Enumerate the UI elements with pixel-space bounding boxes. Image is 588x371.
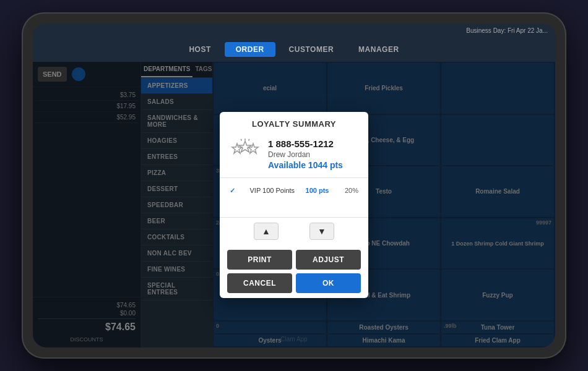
- cancel-button[interactable]: CANCEL: [227, 273, 292, 293]
- arrow-up-button[interactable]: ▲: [254, 223, 279, 240]
- loyalty-stars-icon: [230, 139, 261, 169]
- modal-arrows: ▲ ▼: [220, 217, 368, 245]
- loyalty-name: Drew Jordan: [268, 150, 343, 159]
- modal-divider: [220, 177, 368, 178]
- loyalty-phone: 1 888-555-1212: [268, 139, 343, 149]
- tab-customer[interactable]: CUSTOMER: [278, 42, 345, 57]
- svg-line-5: [249, 139, 250, 141]
- tab-manager[interactable]: MANAGER: [347, 42, 410, 57]
- nav-tabs: HOST ORDER CUSTOMER MANAGER: [33, 37, 555, 62]
- loyalty-modal: LOYALTY SUMMARY: [220, 112, 368, 298]
- loyalty-info: 1 888-555-1212 Drew Jordan Available 104…: [268, 139, 343, 170]
- vip-checkmark: ✓: [230, 187, 235, 195]
- status-bar-text: Business Day: Fri Apr 22 Ja...: [466, 27, 548, 34]
- svg-line-4: [241, 139, 242, 141]
- loyalty-available-pts: Available 1044 pts: [268, 160, 343, 170]
- tab-order[interactable]: ORDER: [225, 42, 275, 57]
- ok-button[interactable]: OK: [296, 273, 361, 293]
- vip-row: ✓ VIP 100 Points 100 pts 20%: [220, 183, 368, 198]
- tab-host[interactable]: HOST: [178, 42, 222, 57]
- arrow-down-button[interactable]: ▼: [309, 223, 334, 240]
- main-content: SEND 👤 $3.75 $17.95 $52.95: [33, 62, 555, 348]
- vip-pts: 100 pts: [306, 187, 329, 194]
- modal-action-buttons: PRINT ADJUST CANCEL OK: [220, 245, 368, 298]
- adjust-button[interactable]: ADJUST: [296, 250, 361, 270]
- modal-title: LOYALTY SUMMARY: [220, 112, 368, 134]
- vip-pct: 20%: [345, 187, 358, 194]
- modal-spacer: [220, 198, 368, 217]
- svg-marker-1: [239, 141, 251, 152]
- tablet-frame: Business Day: Fri Apr 22 Ja... HOST ORDE…: [22, 12, 566, 359]
- vip-label: VIP 100 Points: [249, 187, 295, 194]
- tablet-screen: Business Day: Fri Apr 22 Ja... HOST ORDE…: [33, 23, 555, 348]
- print-button[interactable]: PRINT: [227, 250, 292, 270]
- loyalty-section: 1 888-555-1212 Drew Jordan Available 104…: [220, 134, 368, 173]
- modal-overlay: LOYALTY SUMMARY: [33, 62, 555, 348]
- status-bar: Business Day: Fri Apr 22 Ja...: [33, 23, 555, 37]
